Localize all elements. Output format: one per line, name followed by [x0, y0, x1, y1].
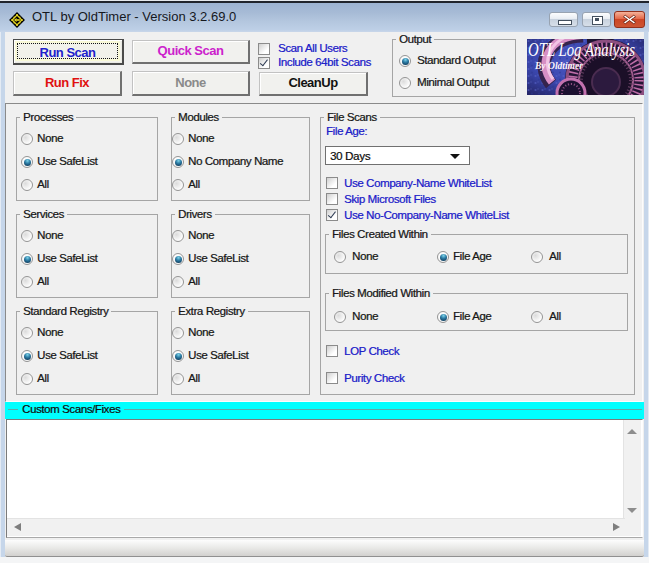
svg-text:OTL Log Analysis: OTL Log Analysis — [528, 40, 635, 60]
svg-text:By Oldtimer: By Oldtimer — [534, 59, 583, 71]
